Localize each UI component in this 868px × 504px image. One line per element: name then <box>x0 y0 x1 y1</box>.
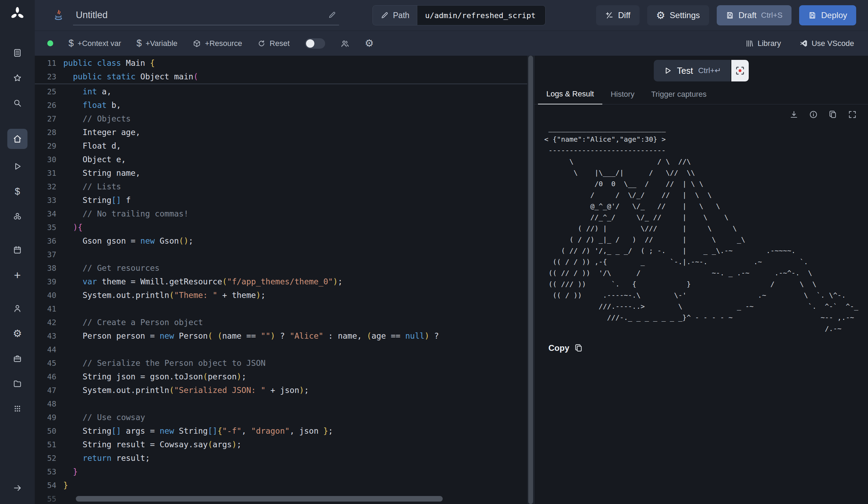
assistant-toggle[interactable] <box>305 38 325 49</box>
sidebar-item-search[interactable] <box>7 95 27 111</box>
code-line-52[interactable]: 52 return result; <box>35 451 534 465</box>
copy-row[interactable]: Copy <box>535 334 868 353</box>
line-number: 40 <box>35 289 56 302</box>
expand-icon[interactable] <box>848 110 857 119</box>
code-line-11[interactable]: 11public class Main { <box>35 56 534 70</box>
diff-button[interactable]: Diff <box>596 5 640 25</box>
code-line-27[interactable]: 27 // Objects <box>35 112 534 126</box>
code-line-49[interactable]: 49 // Use cowsay <box>35 411 534 424</box>
deploy-button[interactable]: Deploy <box>799 5 856 25</box>
line-content: String json = gson.toJson(person); <box>56 370 246 384</box>
reset-button[interactable]: Reset <box>257 39 289 48</box>
sidebar-item-resources[interactable] <box>7 209 27 224</box>
line-number: 46 <box>35 370 56 384</box>
code-lines: 25 int a,26 float b,27 // Objects28 Inte… <box>35 84 534 504</box>
use-vscode-button[interactable]: Use VScode <box>799 39 854 48</box>
path-button[interactable]: Path <box>372 5 417 25</box>
line-number: 53 <box>35 465 56 479</box>
settings-button[interactable]: ⚙ Settings <box>647 5 709 25</box>
line-number: 34 <box>35 207 56 221</box>
code-line-32[interactable]: 32 // Lists <box>35 180 534 194</box>
vertical-scrollbar-track[interactable] <box>527 56 534 504</box>
dollar-icon: $ <box>69 39 74 48</box>
sidebar-item-apps[interactable] <box>7 401 27 416</box>
code-line-42[interactable]: 42 // Create a Person object <box>35 316 534 329</box>
capture-button[interactable] <box>731 60 749 81</box>
line-content: // No trailing commas! <box>56 207 188 221</box>
star-icon <box>13 73 22 82</box>
code-line-45[interactable]: 45 // Serialize the Person object to JSO… <box>35 356 534 370</box>
code-line-53[interactable]: 53 } <box>35 465 534 479</box>
add-variable-button[interactable]: $ +Variable <box>136 39 177 48</box>
code-line-43[interactable]: 43 Person person = new Person( (name == … <box>35 329 534 343</box>
add-context-var-button[interactable]: $ +Context var <box>69 39 121 48</box>
draft-button[interactable]: Draft Ctrl+S <box>717 5 792 25</box>
copy-result-icon[interactable] <box>828 110 837 119</box>
sidebar-item-home[interactable] <box>7 129 27 149</box>
tab-trigger-captures[interactable]: Trigger captures <box>643 90 715 104</box>
horizontal-scrollbar[interactable] <box>76 496 443 502</box>
tab-logs-result[interactable]: Logs & Result <box>538 89 602 104</box>
vertical-scrollbar-thumb[interactable] <box>528 56 533 504</box>
code-line-31[interactable]: 31 String name, <box>35 166 534 180</box>
code-line-26[interactable]: 26 float b, <box>35 99 534 112</box>
sidebar-item-quick-actions[interactable] <box>7 45 27 61</box>
resource-label: +Resource <box>205 39 242 48</box>
code-line-40[interactable]: 40 System.out.println("Theme: " + theme)… <box>35 289 534 302</box>
line-content: Gson gson = new Gson(); <box>56 234 193 248</box>
test-button[interactable]: Test Ctrl+↵ <box>654 60 731 81</box>
editor-settings-gear-icon[interactable]: ⚙ <box>365 38 374 48</box>
collaborators-icon[interactable] <box>340 39 349 48</box>
code-line-38[interactable]: 38 // Get resources <box>35 261 534 275</box>
edit-title-icon[interactable] <box>328 11 336 19</box>
path-input[interactable]: u/admin/refreshed_script <box>417 5 546 25</box>
sidebar-item-runs[interactable] <box>7 159 27 174</box>
code-line-36[interactable]: 36 Gson gson = new Gson(); <box>35 234 534 248</box>
line-content: } <box>56 479 68 492</box>
sidebar-item-folders[interactable] <box>7 376 27 391</box>
code-line-29[interactable]: 29 Float d, <box>35 139 534 153</box>
sidebar-item-variables[interactable]: $ <box>7 184 27 199</box>
code-editor[interactable]: 11public class Main {23 public static Ob… <box>35 56 534 504</box>
sidebar-item-favorites[interactable] <box>7 70 27 86</box>
code-line-28[interactable]: 28 Integer age, <box>35 126 534 139</box>
code-line-54[interactable]: 54} <box>35 479 534 492</box>
code-line-30[interactable]: 30 Object e, <box>35 153 534 166</box>
deploy-label: Deploy <box>821 10 847 20</box>
code-line-34[interactable]: 34 // No trailing commas! <box>35 207 534 221</box>
code-line-47[interactable]: 47 System.out.println("Serialized JSON: … <box>35 384 534 397</box>
code-line-50[interactable]: 50 String[] args = new String[]{"-f", "d… <box>35 424 534 438</box>
line-content <box>56 397 63 411</box>
search-icon <box>13 99 22 108</box>
code-line-39[interactable]: 39 var theme = Wmill.getResource("f/app_… <box>35 275 534 289</box>
sidebar-item-workers[interactable] <box>7 351 27 366</box>
add-resource-button[interactable]: +Resource <box>193 39 242 48</box>
code-line-44[interactable]: 44 <box>35 343 534 356</box>
sidebar-item-settings[interactable]: ⚙ <box>7 326 27 341</box>
vscode-label: Use VScode <box>812 39 854 48</box>
script-title-field[interactable]: Untitled <box>73 5 339 25</box>
code-line-51[interactable]: 51 String result = Cowsay.say(args); <box>35 438 534 451</box>
sidebar-item-create[interactable]: + <box>7 267 27 283</box>
code-line-37[interactable]: 37 <box>35 248 534 261</box>
code-line-25[interactable]: 25 int a, <box>35 85 534 99</box>
windmill-logo-icon[interactable] <box>10 7 24 22</box>
line-content <box>56 302 63 316</box>
sidebar-item-schedules[interactable] <box>7 242 27 258</box>
line-number: 43 <box>35 329 56 343</box>
info-icon[interactable] <box>809 110 818 119</box>
code-line-23[interactable]: 23 public static Object main( <box>35 70 534 84</box>
library-button[interactable]: Library <box>745 39 781 48</box>
code-line-41[interactable]: 41 <box>35 302 534 316</box>
download-icon[interactable] <box>789 110 798 119</box>
panel-tabs: Logs & ResultHistoryTrigger captures <box>535 85 868 104</box>
sidebar-item-collapse[interactable] <box>7 480 27 496</box>
tab-history[interactable]: History <box>602 90 643 104</box>
code-line-46[interactable]: 46 String json = gson.toJson(person); <box>35 370 534 384</box>
line-content: // Lists <box>56 180 121 194</box>
sidebar-item-users[interactable] <box>7 301 27 316</box>
code-line-33[interactable]: 33 String[] f <box>35 194 534 207</box>
code-line-48[interactable]: 48 <box>35 397 534 411</box>
code-line-35[interactable]: 35 ){ <box>35 221 534 234</box>
line-content: // Serialize the Person object to JSON <box>56 356 266 370</box>
